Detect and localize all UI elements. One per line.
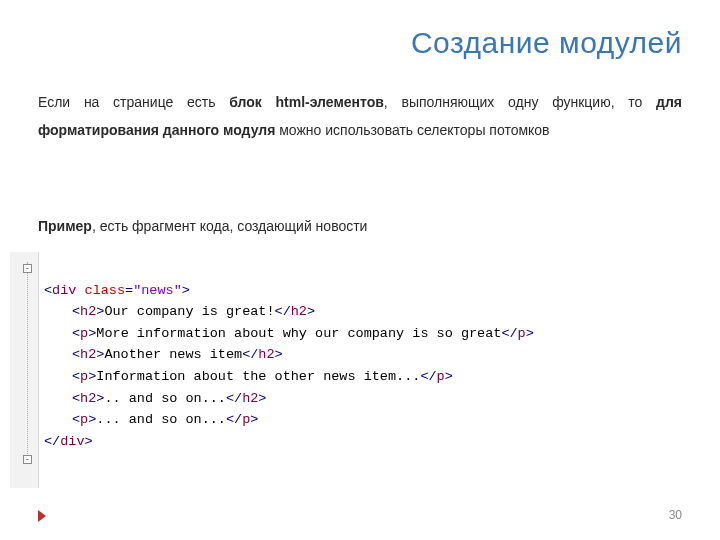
p-bold-1: блок html-элементов bbox=[229, 94, 384, 110]
code-token: > bbox=[275, 347, 283, 362]
code-token bbox=[76, 283, 84, 298]
code-token: < bbox=[44, 283, 52, 298]
code-token: h2 bbox=[242, 391, 258, 406]
code-token: = bbox=[125, 283, 133, 298]
code-token: h2 bbox=[291, 304, 307, 319]
code-token: "news" bbox=[133, 283, 182, 298]
code-token: ... and so on... bbox=[96, 412, 226, 427]
code-token: h2 bbox=[80, 347, 96, 362]
code-token: < bbox=[72, 412, 80, 427]
code-token: < bbox=[72, 391, 80, 406]
code-token: < bbox=[72, 369, 80, 384]
example-rest: , есть фрагмент кода, создающий новости bbox=[92, 218, 368, 234]
code-token: Information about the other news item... bbox=[96, 369, 420, 384]
fold-guide bbox=[27, 262, 28, 462]
code-token: > bbox=[445, 369, 453, 384]
code-token: p bbox=[80, 412, 88, 427]
code-token: > bbox=[250, 412, 258, 427]
code-gutter: - - bbox=[10, 252, 39, 488]
code-token: </ bbox=[44, 434, 60, 449]
code-token: .. and so on... bbox=[104, 391, 226, 406]
code-token: Our company is great! bbox=[104, 304, 274, 319]
code-token: </ bbox=[501, 326, 517, 341]
p-text-1: Если на странице есть bbox=[38, 94, 229, 110]
code-token: </ bbox=[242, 347, 258, 362]
code-token: < bbox=[72, 326, 80, 341]
code-token: More information about why our company i… bbox=[96, 326, 501, 341]
code-token: h2 bbox=[80, 304, 96, 319]
page-number: 30 bbox=[669, 508, 682, 522]
code-token: Another news item bbox=[104, 347, 242, 362]
code-token: div bbox=[60, 434, 84, 449]
code-token: class bbox=[85, 283, 126, 298]
code-token: < bbox=[72, 304, 80, 319]
code-token: p bbox=[518, 326, 526, 341]
code-token: > bbox=[182, 283, 190, 298]
code-token: h2 bbox=[258, 347, 274, 362]
code-lines: <div class="news"> <h2>Our company is gr… bbox=[44, 258, 650, 474]
code-token: < bbox=[72, 347, 80, 362]
example-bold: Пример bbox=[38, 218, 92, 234]
fold-close-icon: - bbox=[23, 455, 32, 464]
code-token: > bbox=[85, 434, 93, 449]
code-token: > bbox=[526, 326, 534, 341]
code-token: div bbox=[52, 283, 76, 298]
slide-marker-icon bbox=[38, 510, 46, 522]
p-text-3: можно использовать селекторы потомков bbox=[275, 122, 549, 138]
code-token: p bbox=[80, 369, 88, 384]
code-token: </ bbox=[275, 304, 291, 319]
example-paragraph: Пример, есть фрагмент кода, создающий но… bbox=[38, 218, 682, 234]
code-token: </ bbox=[420, 369, 436, 384]
p-text-2: , выполняющих одну функцию, то bbox=[384, 94, 656, 110]
slide-title: Создание модулей bbox=[411, 26, 682, 60]
code-token: > bbox=[307, 304, 315, 319]
code-token: </ bbox=[226, 391, 242, 406]
code-token: h2 bbox=[80, 391, 96, 406]
code-token: p bbox=[80, 326, 88, 341]
fold-open-icon: - bbox=[23, 264, 32, 273]
code-token: > bbox=[258, 391, 266, 406]
code-token: </ bbox=[226, 412, 242, 427]
code-screenshot: - - <div class="news"> <h2>Our company i… bbox=[10, 252, 650, 488]
body-paragraph: Если на странице есть блок html-элементо… bbox=[38, 88, 682, 144]
code-token: p bbox=[437, 369, 445, 384]
